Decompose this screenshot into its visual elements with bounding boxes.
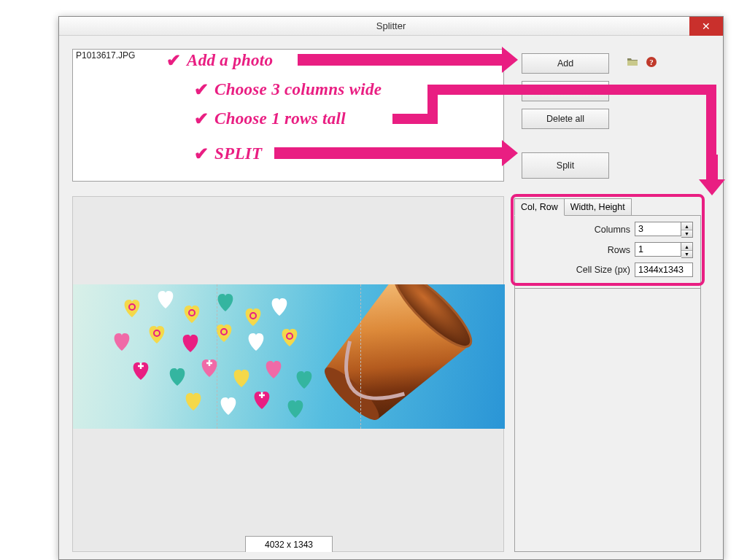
split-guide-2 — [360, 284, 361, 429]
annotation-step2: ✔ Choose 3 columns wide — [194, 80, 382, 99]
arrow-step2-v — [706, 85, 716, 155]
tab-col-row[interactable]: Col, Row — [514, 198, 565, 216]
splitter-window: Splitter ✕ P1013617.JPG Add Delete Delet… — [58, 16, 724, 560]
preview-dimensions: 4032 x 1343 — [245, 536, 333, 552]
help-icon[interactable]: ? — [646, 56, 657, 68]
annotation-step1-text: Add a photo — [187, 51, 273, 70]
close-icon: ✕ — [702, 20, 711, 32]
window-content: P1013617.JPG Add Delete Delete all Split… — [59, 36, 723, 559]
checkmark-icon: ✔ — [166, 52, 181, 69]
split-button[interactable]: Split — [522, 152, 609, 179]
checkmark-icon: ✔ — [194, 145, 209, 163]
split-guide-1 — [217, 284, 217, 429]
checkmark-icon: ✔ — [194, 110, 209, 128]
window-title: Splitter — [376, 20, 406, 31]
svg-text:?: ? — [649, 58, 654, 66]
delete-all-button[interactable]: Delete all — [522, 109, 609, 129]
hearts-graphic — [73, 284, 505, 429]
image-preview-area: 4032 x 1343 — [72, 196, 504, 552]
folder-icon[interactable] — [627, 56, 638, 68]
arrow-to-add — [298, 54, 503, 66]
annotation-step4: ✔ SPLIT — [194, 144, 262, 163]
right-side-panel — [514, 288, 701, 552]
annotation-step3: ✔ Choose 1 rows tall — [194, 109, 346, 128]
annotation-step2-text: Choose 3 columns wide — [214, 80, 382, 99]
titlebar: Splitter ✕ — [59, 17, 723, 36]
checkmark-icon: ✔ — [194, 81, 209, 98]
arrow-step2-h — [427, 85, 716, 95]
arrow-step2-head — [706, 155, 718, 181]
image-preview — [73, 284, 505, 429]
close-button[interactable]: ✕ — [689, 17, 723, 36]
add-button[interactable]: Add — [522, 53, 609, 74]
arrow-to-split — [274, 147, 503, 159]
annotation-step3-text: Choose 1 rows tall — [214, 109, 346, 128]
arrow-step3-join — [427, 85, 438, 124]
annotation-step1: ✔ Add a photo — [166, 51, 273, 70]
annotation-step4-text: SPLIT — [214, 144, 262, 163]
